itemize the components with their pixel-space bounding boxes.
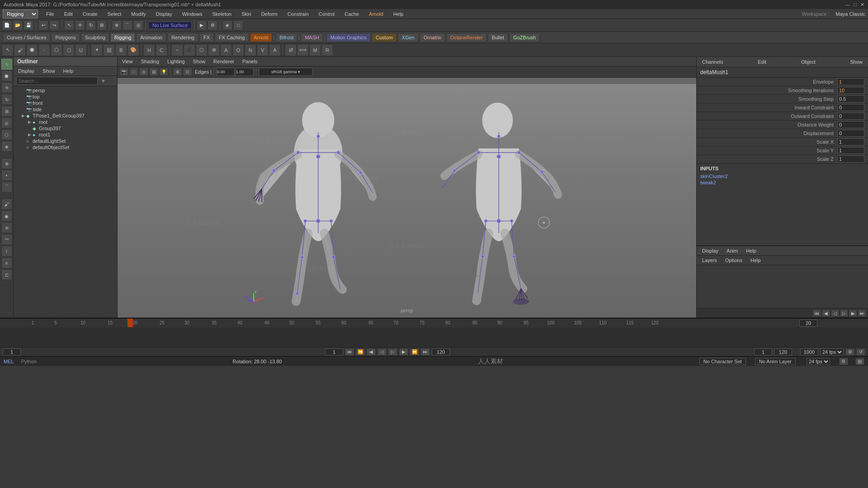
snap-point-tool[interactable]: •	[1, 170, 12, 181]
uv-editor-btn[interactable]: □	[233, 20, 243, 30]
play-fwd-btn[interactable]: ▷	[388, 348, 397, 356]
tree-item-group397[interactable]: ◆ Group397	[14, 125, 117, 131]
redo-btn[interactable]: ↪	[49, 20, 59, 30]
joint-tool-btn[interactable]: ✦	[91, 44, 103, 56]
menu-skeleton[interactable]: Skeleton	[210, 10, 233, 18]
attr-scale-y-value[interactable]	[837, 147, 864, 154]
fps-select[interactable]: 24 fps 30 fps	[820, 348, 844, 356]
viewport-view-menu[interactable]: View	[120, 58, 135, 65]
obj-btn[interactable]: O	[232, 44, 244, 56]
snap-point-btn[interactable]: ◎	[133, 20, 143, 30]
deform-tool-btn[interactable]: ⬡	[196, 44, 208, 56]
range-end-field[interactable]	[774, 348, 792, 356]
fur-tool[interactable]: ≡	[1, 258, 12, 268]
menu-windows[interactable]: Windows	[180, 10, 204, 18]
wireframe-btn[interactable]: □	[129, 68, 138, 76]
menu-help[interactable]: Help	[392, 10, 406, 18]
viewport-canvas[interactable]: 人人素材社区 人人素材社区 人人素材社区 人人素材社区 人人素材社区 人人素材社…	[118, 84, 696, 318]
viewport-renderer-menu[interactable]: Renderer	[212, 58, 236, 65]
paint-tool[interactable]: ◉	[1, 211, 12, 221]
pivot-btn[interactable]: ⊕	[208, 44, 220, 56]
attr-inward-constraint-value[interactable]	[837, 104, 864, 111]
soft-mod-tool[interactable]: ⬡	[1, 129, 12, 140]
move-tool[interactable]: ✛	[1, 82, 12, 93]
surface-tool-btn[interactable]: ⬛	[184, 44, 195, 56]
close-btn[interactable]: ✕	[860, 2, 864, 8]
menu-control[interactable]: Control	[317, 10, 336, 18]
grid-btn[interactable]: ⊞	[173, 68, 182, 76]
move-btn[interactable]: M	[309, 44, 321, 56]
viewport-lighting-menu[interactable]: Lighting	[165, 58, 187, 65]
attr-envelope-value[interactable]	[837, 78, 864, 85]
rotate-tool[interactable]: ↻	[1, 94, 12, 105]
next-frame-btn[interactable]: ▶	[399, 348, 408, 356]
no-character-set-btn[interactable]: No Character Set	[699, 358, 746, 365]
maximize-btn[interactable]: □	[854, 2, 857, 8]
max-range-field[interactable]	[800, 348, 818, 356]
fx-caching-btn[interactable]: FX Caching	[215, 33, 249, 42]
status-fps-select[interactable]: 24 fps 30 fps	[807, 358, 830, 365]
playback-end-field[interactable]	[432, 348, 450, 356]
textured-btn[interactable]: ▤	[149, 68, 158, 76]
tree-item-belt-group[interactable]: ▶ ◆ TPose1_Belt:Group397	[14, 113, 117, 119]
save-scene-btn[interactable]: 💾	[24, 20, 33, 30]
tree-item-side[interactable]: 📷 side	[14, 106, 117, 113]
attr-scale-z-value[interactable]	[837, 155, 864, 163]
menu-display[interactable]: Display	[154, 10, 174, 18]
new-scene-btn[interactable]: 📄	[2, 20, 12, 30]
layer-prev-frame-btn[interactable]: ◀	[822, 310, 830, 317]
rotate-tool-btn[interactable]: ↻	[86, 20, 96, 30]
menu-modify[interactable]: Modify	[129, 10, 147, 18]
paint-select-btn[interactable]: 🖌	[14, 44, 26, 56]
input-skin-cluster[interactable]: skinCluster2	[700, 173, 864, 179]
lasso-tool[interactable]: ⬟	[1, 70, 12, 81]
rendering-btn[interactable]: Rendering	[167, 33, 198, 42]
layer-next-key-btn[interactable]: ⏭	[858, 310, 866, 317]
render-settings-btn[interactable]: ⚙	[208, 20, 217, 30]
universal-tool[interactable]: ◎	[1, 117, 12, 128]
mirror-btn[interactable]: ⟺	[297, 44, 309, 56]
history-btn[interactable]: H	[143, 44, 155, 56]
object-menu[interactable]: Object	[799, 58, 817, 66]
select-tool-btn[interactable]: ↖	[64, 20, 74, 30]
menu-file[interactable]: File	[44, 10, 56, 18]
camera-select-btn[interactable]: 📷	[119, 68, 128, 76]
prev-frame-btn[interactable]: ◀	[367, 348, 376, 356]
next-key-btn[interactable]: ⏩	[410, 348, 419, 356]
viewport-show-menu[interactable]: Show	[191, 58, 208, 65]
minimize-btn[interactable]: —	[845, 2, 850, 8]
move-tool-btn[interactable]: ✛	[75, 20, 85, 30]
attr-displacement-value[interactable]	[837, 130, 864, 137]
outliner-help-menu[interactable]: Help	[61, 67, 75, 75]
xgen-btn[interactable]: XGen	[398, 33, 419, 42]
mode-dropdown[interactable]: Rigging	[3, 9, 38, 19]
tree-item-default-object-set[interactable]: ○ defaultObjectSet	[14, 144, 117, 150]
frame-all-btn[interactable]: ⊡	[183, 68, 192, 76]
menu-edit[interactable]: Edit	[62, 10, 75, 18]
menu-cache[interactable]: Cache	[343, 10, 361, 18]
paint-weights-btn[interactable]: 🎨	[127, 44, 139, 56]
snap-grid-tool[interactable]: ⊕	[1, 158, 12, 169]
undo-btn[interactable]: ↩	[38, 20, 48, 30]
bind-skin-btn[interactable]: B	[115, 44, 127, 56]
menu-select[interactable]: Select	[106, 10, 123, 18]
tree-item-default-light-set[interactable]: ○ defaultLightSet	[14, 138, 117, 144]
menu-deform[interactable]: Deform	[259, 10, 279, 18]
goz-brush-btn[interactable]: GoZBrush	[509, 33, 540, 42]
hypershade-btn[interactable]: ◈	[222, 20, 232, 30]
outliner-show-menu[interactable]: Show	[41, 67, 57, 75]
ao-btn[interactable]: A	[269, 44, 281, 56]
title-bar-controls[interactable]: — □ ✕	[845, 2, 864, 8]
vertex-btn[interactable]: ⬝	[38, 44, 50, 56]
show-manipulator[interactable]: ◈	[1, 141, 12, 152]
scale-tool[interactable]: ⊞	[1, 106, 12, 117]
mrui-btn[interactable]: R	[321, 44, 333, 56]
muscle-tool[interactable]: ⊏	[1, 269, 12, 280]
offset-input[interactable]	[217, 68, 235, 76]
menu-skin[interactable]: Skin	[240, 10, 253, 18]
curves-surfaces-btn[interactable]: Curves / Surfaces	[3, 33, 50, 42]
ncr-btn[interactable]: N	[245, 44, 256, 56]
octane-render-btn[interactable]: OctaneRender	[446, 33, 487, 42]
input-tweak[interactable]: tweak2	[700, 179, 864, 186]
range-end-start-field[interactable]	[754, 348, 772, 356]
